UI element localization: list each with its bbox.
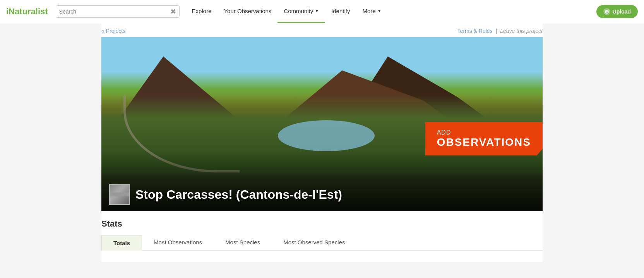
stats-header-most-observed-species: Most Observed Species <box>272 235 356 250</box>
project-thumb-road <box>110 193 129 196</box>
terms-rules-link[interactable]: Terms & Rules <box>457 28 493 34</box>
stats-tab-totals[interactable]: Totals <box>101 235 142 251</box>
community-chevron-icon: ▼ <box>315 9 319 13</box>
nav-links: Explore Your Observations Community ▼ Id… <box>186 0 596 23</box>
site-logo[interactable]: iNaturalist <box>6 7 48 17</box>
logo-suffix: Naturalist <box>9 7 48 16</box>
stats-header-most-observations: Most Observations <box>142 235 214 250</box>
stats-section: Stats Totals Most Observations Most Spec… <box>101 211 543 251</box>
top-bar-right: Terms & Rules | Leave this project <box>457 28 543 34</box>
separator: | <box>496 28 497 34</box>
search-wrapper: ✖ <box>56 5 180 18</box>
nav-link-more[interactable]: More ▼ <box>356 0 387 23</box>
nav-link-your-observations[interactable]: Your Observations <box>218 0 277 23</box>
projects-breadcrumb-link[interactable]: « Projects <box>101 28 125 34</box>
project-title-bar: Stop Carcasses! (Cantons-de-l'Est) <box>101 178 543 211</box>
upload-button[interactable]: ⊕ Upload <box>596 5 638 18</box>
add-text: ADD <box>437 129 531 136</box>
upload-label: Upload <box>613 9 631 15</box>
nav-link-community[interactable]: Community ▼ <box>277 0 325 23</box>
hero-banner: ADD OBSERVATIONS Stop Carcasses! (Canton… <box>101 37 543 211</box>
main-content: « Projects Terms & Rules | Leave this pr… <box>101 23 543 262</box>
stats-tabs: Totals Most Observations Most Species Mo… <box>101 235 543 251</box>
nav-link-identify[interactable]: Identify <box>325 0 356 23</box>
stats-header-most-species: Most Species <box>214 235 272 250</box>
observations-text: OBSERVATIONS <box>437 136 531 148</box>
stats-heading: Stats <box>101 219 543 229</box>
top-bar: « Projects Terms & Rules | Leave this pr… <box>101 23 543 37</box>
lake <box>278 120 375 151</box>
search-input[interactable] <box>59 9 169 15</box>
add-observations-button[interactable]: ADD OBSERVATIONS <box>425 122 543 155</box>
nav-link-explore[interactable]: Explore <box>186 0 218 23</box>
leave-project-link[interactable]: Leave this project <box>500 28 543 34</box>
project-title: Stop Carcasses! (Cantons-de-l'Est) <box>135 188 342 202</box>
more-chevron-icon: ▼ <box>377 9 382 13</box>
navbar: iNaturalist ✖ Explore Your Observations … <box>0 0 644 23</box>
search-clear-icon[interactable]: ✖ <box>170 7 176 16</box>
project-thumbnail <box>109 184 130 205</box>
upload-plus-icon: ⊕ <box>603 8 610 15</box>
